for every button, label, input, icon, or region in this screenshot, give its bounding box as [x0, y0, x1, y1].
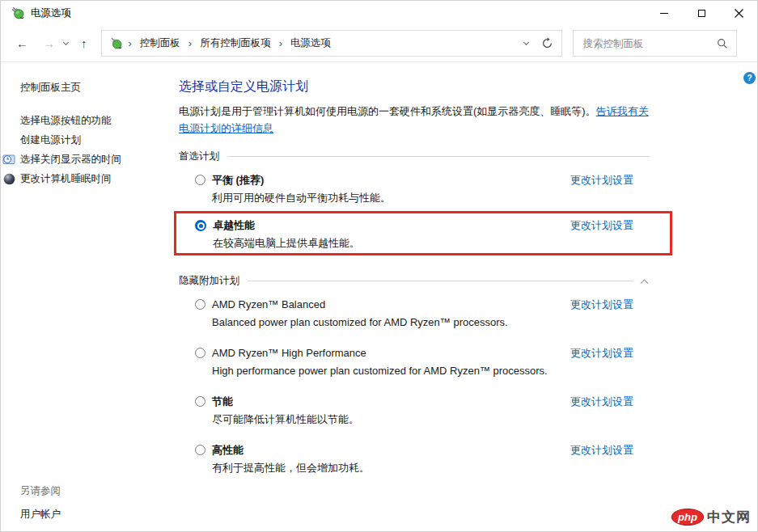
sleep-icon: [2, 172, 16, 186]
breadcrumb-control-panel[interactable]: 控制面板: [138, 36, 182, 50]
sidebar-task-label: 选择关闭显示器的时间: [20, 154, 121, 165]
section-divider: [248, 281, 633, 281]
address-dropdown-chevron-icon[interactable]: [523, 40, 528, 45]
window-controls: [646, 1, 757, 25]
breadcrumb-separator: ›: [122, 37, 138, 49]
breadcrumb-separator: ›: [182, 37, 198, 49]
change-plan-settings-link[interactable]: 更改计划设置: [570, 173, 633, 187]
plan-description: High performance power plan customized f…: [212, 364, 548, 378]
minimize-button[interactable]: [646, 1, 683, 25]
back-icon[interactable]: ←: [9, 37, 36, 49]
section-header-label: 首选计划: [179, 150, 219, 163]
power-options-window: 电源选项 ← → ↑ › 控制面板 › 所有控制面板: [0, 0, 758, 532]
change-plan-settings-link[interactable]: 更改计划设置: [570, 218, 633, 232]
plan-description: Balanced power plan customized for AMD R…: [212, 315, 508, 329]
see-also-section: 另请参阅 用户帐户: [20, 484, 61, 521]
sidebar-item-user-accounts[interactable]: 用户帐户: [20, 508, 61, 521]
help-button[interactable]: ?: [743, 72, 756, 84]
plan-row-amd-high-performance: AMD Ryzen™ High Performance High perform…: [195, 346, 633, 378]
recent-pages-chevron-icon[interactable]: [63, 40, 69, 45]
php-logo-badge: php: [671, 509, 704, 526]
php-cn-watermark: php 中文网: [671, 508, 751, 526]
main-content: 选择或自定义电源计划 电源计划是用于管理计算机如何使用电源的一套硬件和系统设置(…: [179, 78, 650, 475]
change-plan-settings-link[interactable]: 更改计划设置: [570, 443, 633, 457]
sidebar-task-label: 选择电源按钮的功能: [20, 115, 112, 126]
plan-row-amd-balanced: AMD Ryzen™ Balanced Balanced power plan …: [195, 298, 633, 329]
plan-name[interactable]: 卓越性能: [213, 218, 360, 232]
see-also-header: 另请参阅: [20, 484, 61, 498]
search-box: [573, 30, 737, 57]
description-text: 电源计划是用于管理计算机如何使用电源的一套硬件和系统设置(如显示器亮度、睡眠等)…: [179, 105, 596, 117]
breadcrumb-all-items[interactable]: 所有控制面板项: [198, 36, 273, 50]
search-input[interactable]: [582, 37, 717, 50]
plan-name[interactable]: 节能: [212, 395, 359, 408]
plan-name[interactable]: 平衡 (推荐): [212, 173, 391, 187]
sidebar-item-power-buttons[interactable]: 选择电源按钮的功能: [20, 116, 172, 126]
display-clock-icon: [2, 153, 16, 167]
plan-row-high-performance: 高性能 有利于提高性能，但会增加功耗。 更改计划设置: [195, 443, 633, 475]
page-description: 电源计划是用于管理计算机如何使用电源的一套硬件和系统设置(如显示器亮度、睡眠等)…: [179, 103, 650, 137]
sidebar-task-label: 创建电源计划: [20, 134, 81, 146]
collapse-chevron-up-icon[interactable]: [641, 279, 649, 287]
plan-row-power-saver: 节能 尽可能降低计算机性能以节能。 更改计划设置: [195, 395, 633, 426]
plan-row-balanced: 平衡 (推荐) 利用可用的硬件自动平衡功耗与性能。 更改计划设置: [195, 173, 633, 205]
power-plug-icon: [11, 6, 24, 19]
radio-balanced[interactable]: [195, 175, 205, 185]
navigation-bar: ← → ↑ › 控制面板 › 所有控制面板项 › 电源选项: [1, 25, 757, 62]
sidebar-item-display-off-time[interactable]: 选择关闭显示器的时间: [20, 154, 172, 165]
maximize-button[interactable]: [683, 1, 720, 25]
change-plan-settings-link[interactable]: 更改计划设置: [570, 346, 633, 360]
plan-name[interactable]: AMD Ryzen™ High Performance: [212, 346, 548, 360]
preferred-plans-list: 平衡 (推荐) 利用可用的硬件自动平衡功耗与性能。 更改计划设置 卓越性能 在较…: [179, 173, 650, 250]
preferred-plans-header: 首选计划: [179, 150, 650, 163]
page-title: 选择或自定义电源计划: [179, 78, 650, 95]
sidebar: 控制面板主页 选择电源按钮的功能 创建电源计划 选择关闭显示器的时间: [1, 63, 172, 531]
radio-amd-balanced[interactable]: [195, 299, 205, 310]
plan-description: 尽可能降低计算机性能以节能。: [212, 412, 359, 426]
power-plug-icon: [110, 37, 122, 49]
address-bar[interactable]: › 控制面板 › 所有控制面板项 › 电源选项: [101, 30, 562, 57]
php-logo-text: 中文网: [707, 508, 751, 526]
maximize-icon: [698, 10, 705, 17]
radio-amd-high-performance[interactable]: [195, 348, 205, 358]
radio-high-performance[interactable]: [195, 445, 205, 455]
breadcrumb-power-options[interactable]: 电源选项: [289, 36, 332, 50]
plan-name[interactable]: 高性能: [212, 443, 370, 457]
close-button[interactable]: [720, 1, 757, 25]
refresh-icon[interactable]: [541, 37, 553, 49]
close-icon: [735, 9, 743, 18]
plan-description: 有利于提高性能，但会增加功耗。: [212, 461, 370, 475]
up-icon[interactable]: ↑: [74, 37, 95, 49]
sidebar-item-sleep-time[interactable]: 更改计算机睡眠时间: [20, 174, 172, 184]
change-plan-settings-link[interactable]: 更改计划设置: [570, 298, 633, 311]
hidden-plans-list: AMD Ryzen™ Balanced Balanced power plan …: [179, 298, 650, 475]
forward-icon: →: [36, 37, 62, 49]
window-title: 电源选项: [31, 6, 71, 20]
plan-description: 在较高端电脑上提供卓越性能。: [213, 236, 360, 250]
breadcrumb-separator: ›: [273, 37, 289, 49]
plan-name[interactable]: AMD Ryzen™ Balanced: [212, 298, 508, 311]
sidebar-task-label: 更改计算机睡眠时间: [20, 173, 112, 184]
change-plan-settings-link[interactable]: 更改计划设置: [570, 395, 633, 408]
hidden-plans-header: 隐藏附加计划: [179, 274, 650, 288]
section-divider: [227, 156, 650, 157]
plan-description: 利用可用的硬件自动平衡功耗与性能。: [212, 191, 391, 205]
section-header-label: 隐藏附加计划: [179, 274, 239, 288]
radio-power-saver[interactable]: [195, 396, 205, 407]
search-icon[interactable]: [717, 38, 728, 49]
sidebar-item-control-panel-home[interactable]: 控制面板主页: [20, 81, 172, 95]
title-bar: 电源选项: [1, 1, 757, 25]
radio-ultimate-performance[interactable]: [195, 220, 206, 231]
plan-row-ultimate-performance: 卓越性能 在较高端电脑上提供卓越性能。 更改计划设置: [195, 218, 633, 250]
minimize-icon: [660, 13, 668, 14]
sidebar-item-create-power-plan[interactable]: 创建电源计划: [20, 135, 172, 146]
